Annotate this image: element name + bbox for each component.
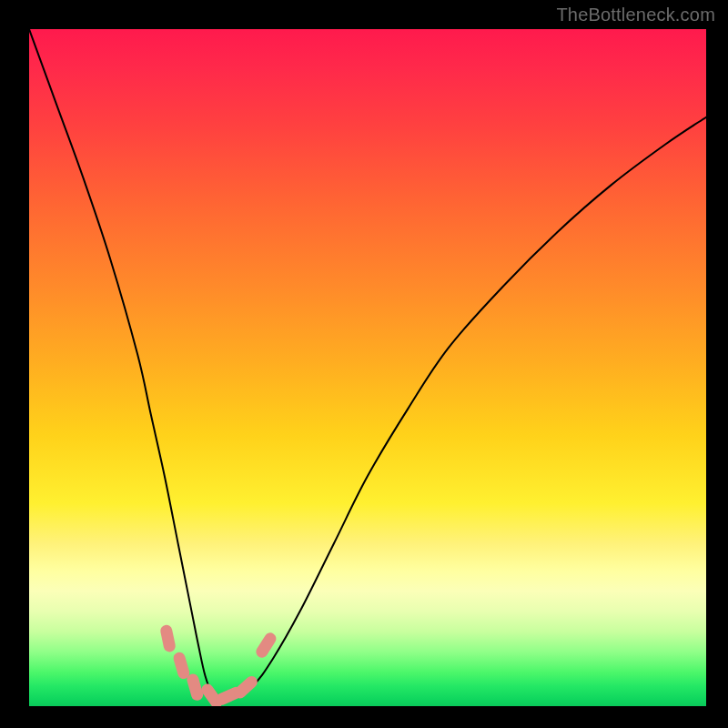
curve-marker bbox=[193, 680, 197, 694]
curve-marker bbox=[167, 631, 170, 646]
bottleneck-curve bbox=[29, 29, 706, 700]
curve-marker bbox=[240, 682, 252, 692]
watermark-text: TheBottleneck.com bbox=[556, 5, 715, 25]
plot-area bbox=[29, 29, 706, 706]
chart-stage: TheBottleneck.com bbox=[0, 0, 728, 728]
chart-svg bbox=[29, 29, 706, 706]
curve-marker bbox=[222, 693, 237, 699]
curve-markers bbox=[167, 631, 270, 702]
curve-marker bbox=[179, 658, 184, 672]
curve-marker bbox=[262, 639, 270, 652]
curve-marker bbox=[207, 690, 217, 703]
